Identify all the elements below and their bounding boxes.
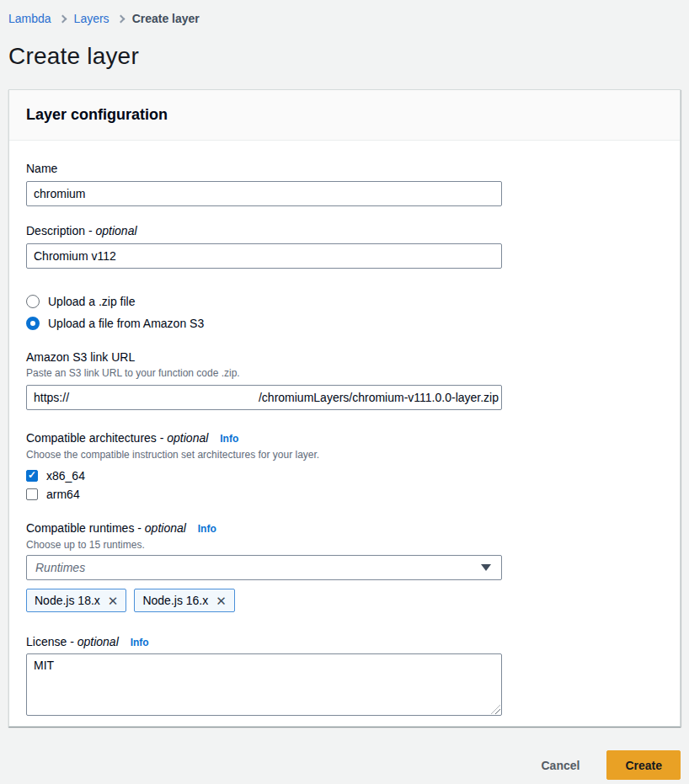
token-nodejs-18: Node.js 18.x ✕	[26, 589, 126, 612]
chevron-right-icon	[58, 14, 67, 23]
token-nodejs-16: Node.js 16.x ✕	[134, 589, 234, 612]
checkbox-x86-64-label: x86_64	[46, 469, 85, 483]
close-icon[interactable]: ✕	[216, 595, 227, 607]
architectures-label: Compatible architectures - optional Info	[26, 430, 663, 446]
runtimes-select[interactable]: Runtimes	[26, 555, 502, 580]
checkbox-x86-64[interactable]: x86_64	[26, 467, 663, 485]
upload-source-radio-group: Upload a .zip file Upload a file from Am…	[26, 292, 663, 333]
breadcrumb-link-lambda[interactable]: Lambda	[8, 12, 51, 25]
license-field: License - optional Info MIT	[26, 634, 663, 716]
optional-text: optional	[167, 431, 208, 445]
optional-text: optional	[145, 521, 186, 535]
layer-configuration-card: Layer configuration Name Description - o…	[8, 89, 681, 727]
checkbox-unchecked-icon[interactable]	[26, 488, 38, 500]
breadcrumb: Lambda Layers Create layer	[8, 0, 681, 25]
license-label-text: License -	[26, 635, 74, 648]
checkbox-arm64[interactable]: arm64	[26, 485, 663, 504]
s3-url-field: Amazon S3 link URL Paste an S3 link URL …	[26, 349, 663, 410]
description-label-text: Description -	[26, 224, 93, 237]
name-field: Name	[26, 161, 663, 206]
cancel-button[interactable]: Cancel	[537, 752, 583, 779]
radio-upload-s3[interactable]: Upload a file from Amazon S3	[26, 314, 663, 333]
description-field: Description - optional	[26, 223, 663, 269]
page: Lambda Layers Create layer Create layer …	[0, 0, 689, 780]
runtimes-label-text: Compatible runtimes -	[26, 521, 142, 535]
radio-upload-s3-label: Upload a file from Amazon S3	[48, 317, 204, 330]
footer-actions: Cancel Create	[8, 750, 681, 780]
token-label: Node.js 18.x	[35, 594, 100, 607]
architectures-field: Compatible architectures - optional Info…	[26, 430, 663, 504]
runtimes-label: Compatible runtimes - optional Info	[26, 520, 663, 536]
optional-text: optional	[77, 635, 119, 648]
radio-upload-zip-label: Upload a .zip file	[48, 295, 136, 308]
radio-selected-icon[interactable]	[26, 317, 40, 330]
runtime-tokens: Node.js 18.x ✕ Node.js 16.x ✕	[26, 589, 663, 612]
description-input[interactable]	[26, 243, 502, 269]
page-title: Create layer	[8, 43, 681, 70]
s3-url-label: Amazon S3 link URL	[26, 349, 663, 365]
token-label: Node.js 16.x	[142, 594, 208, 607]
runtimes-select-placeholder: Runtimes	[35, 561, 85, 574]
architectures-checkbox-group: x86_64 arm64	[26, 467, 663, 504]
runtimes-info-link[interactable]: Info	[198, 523, 216, 535]
license-textarea[interactable]: MIT	[26, 653, 502, 716]
breadcrumb-current: Create layer	[132, 12, 200, 25]
license-textarea-wrap: MIT	[26, 653, 502, 716]
name-input[interactable]	[26, 181, 502, 206]
card-body: Name Description - optional Upload a .zi…	[9, 141, 680, 726]
runtimes-help-text: Choose up to 15 runtimes.	[26, 538, 663, 552]
s3-url-value-suffix: /chromiumLayers/chromium-v111.0.0-layer.…	[259, 391, 499, 404]
checkbox-checked-icon[interactable]	[26, 470, 38, 482]
runtimes-field: Compatible runtimes - optional Info Choo…	[26, 520, 663, 612]
chevron-right-icon	[116, 14, 125, 23]
s3-url-help-text: Paste an S3 link URL to your function co…	[26, 366, 663, 380]
name-label: Name	[26, 161, 663, 176]
breadcrumb-link-layers[interactable]: Layers	[74, 12, 109, 25]
license-label: License - optional Info	[26, 634, 663, 650]
optional-text: optional	[95, 224, 136, 237]
architectures-info-link[interactable]: Info	[220, 433, 238, 445]
s3-url-input[interactable]: https:// /chromiumLayers/chromium-v111.0…	[26, 385, 502, 410]
s3-url-value-prefix: https://	[34, 391, 69, 404]
card-header: Layer configuration	[9, 90, 680, 141]
license-info-link[interactable]: Info	[131, 637, 149, 648]
description-label: Description - optional	[26, 223, 663, 238]
close-icon[interactable]: ✕	[108, 595, 119, 607]
caret-down-icon	[481, 564, 491, 571]
architectures-help-text: Choose the compatible instruction set ar…	[26, 448, 663, 461]
checkbox-arm64-label: arm64	[46, 488, 80, 501]
create-button[interactable]: Create	[606, 750, 681, 780]
radio-unselected-icon[interactable]	[26, 295, 40, 308]
card-title: Layer configuration	[26, 106, 663, 124]
architectures-label-text: Compatible architectures -	[26, 431, 163, 445]
radio-upload-zip[interactable]: Upload a .zip file	[26, 292, 663, 311]
